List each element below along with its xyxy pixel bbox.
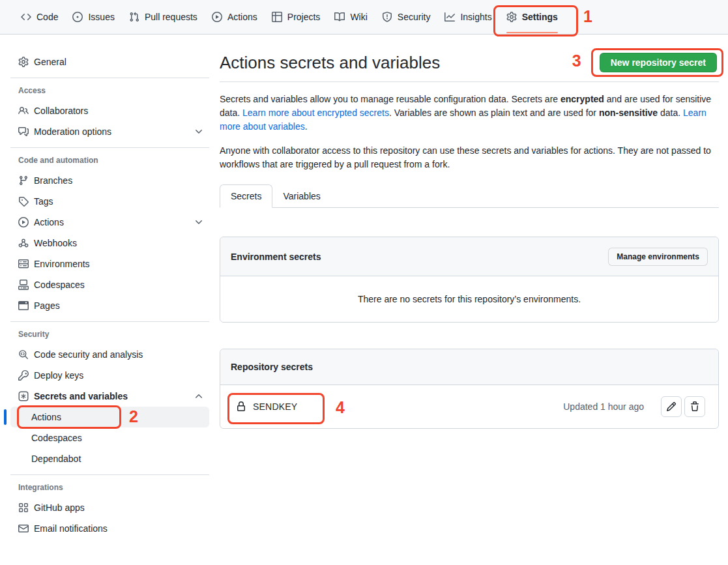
sidebar-item-deploy-keys-label: Deploy keys bbox=[34, 370, 83, 381]
chevron-down-icon bbox=[194, 126, 204, 137]
sidebar-item-environments-label: Environments bbox=[34, 259, 90, 269]
tab-wiki[interactable]: Wiki bbox=[329, 7, 372, 27]
sidebar-item-branches-label: Branches bbox=[34, 175, 72, 186]
git-branch-icon bbox=[18, 175, 29, 186]
sidebar-item-pages[interactable]: Pages bbox=[10, 295, 209, 316]
sidebar-item-pages-label: Pages bbox=[34, 300, 60, 311]
chevron-up-icon bbox=[194, 391, 204, 401]
sidebar-subitem-dependabot[interactable]: Dependabot bbox=[10, 448, 209, 469]
chevron-down-icon bbox=[194, 217, 204, 227]
browser-icon bbox=[18, 300, 29, 311]
sidebar-item-environments[interactable]: Environments bbox=[10, 254, 209, 274]
sidebar-divider bbox=[10, 147, 209, 148]
graph-icon bbox=[444, 12, 455, 22]
tab-code[interactable]: Code bbox=[16, 7, 63, 27]
collaborator-note: Anyone with collaborator access to this … bbox=[220, 144, 719, 171]
gear-icon bbox=[18, 57, 29, 67]
tab-variables[interactable]: Variables bbox=[272, 185, 330, 207]
sidebar-divider bbox=[10, 321, 209, 322]
sidebar-item-code-security-label: Code security and analysis bbox=[34, 349, 143, 360]
sidebar-item-github-apps[interactable]: GitHub apps bbox=[10, 497, 209, 518]
annotation-number-3: 3 bbox=[572, 53, 581, 69]
environment-secrets-title: Environment secrets bbox=[231, 252, 321, 262]
edit-secret-button[interactable] bbox=[661, 396, 682, 417]
sidebar-item-branches[interactable]: Branches bbox=[10, 170, 209, 191]
tab-actions-label: Actions bbox=[227, 12, 257, 22]
lock-icon bbox=[236, 401, 246, 412]
sidebar-item-general[interactable]: General bbox=[10, 51, 209, 72]
intro-text: . Variables are shown as plain text and … bbox=[389, 108, 599, 118]
sidebar-item-code-security[interactable]: Code security and analysis bbox=[10, 344, 209, 365]
sidebar-section-integrations: Integrations bbox=[10, 483, 209, 492]
secret-asterisk-icon bbox=[18, 391, 29, 401]
tab-secrets[interactable]: Secrets bbox=[220, 184, 272, 208]
intro-bold-encrypted: encrypted bbox=[561, 94, 604, 104]
intro-paragraph: Secrets and variables allow you to manag… bbox=[220, 93, 719, 134]
comment-discussion-icon bbox=[18, 126, 29, 137]
code-scan-icon bbox=[18, 349, 29, 360]
codespaces-icon bbox=[18, 280, 29, 290]
sidebar-section-access: Access bbox=[10, 86, 209, 95]
sidebar-subitem-codespaces-label: Codespaces bbox=[31, 433, 82, 443]
play-icon bbox=[18, 217, 29, 227]
sidebar-item-general-label: General bbox=[34, 57, 66, 67]
secret-row: SENDKEY 4 Updated 1 hour ago bbox=[220, 385, 718, 428]
selected-item-marker bbox=[4, 409, 7, 425]
manage-environments-button[interactable]: Manage environments bbox=[608, 248, 708, 266]
settings-sidebar: General Access Collaborators Moderation … bbox=[0, 35, 220, 539]
secret-updated-timestamp: Updated 1 hour ago bbox=[563, 401, 644, 412]
sidebar-item-collaborators[interactable]: Collaborators bbox=[10, 100, 209, 121]
sidebar-item-deploy-keys[interactable]: Deploy keys bbox=[10, 365, 209, 386]
annotation-number-4: 4 bbox=[336, 399, 345, 416]
intro-bold-non-sensitive: non-sensitive bbox=[599, 108, 658, 118]
tab-wiki-label: Wiki bbox=[350, 12, 367, 22]
sidebar-item-email-label: Email notifications bbox=[34, 523, 108, 534]
tab-security[interactable]: Security bbox=[377, 7, 436, 27]
tab-pull-requests[interactable]: Pull requests bbox=[124, 7, 203, 27]
sidebar-subitem-codespaces[interactable]: Codespaces bbox=[10, 427, 209, 448]
sidebar-item-codespaces-label: Codespaces bbox=[34, 280, 85, 290]
shield-icon bbox=[382, 12, 392, 22]
sidebar-item-webhooks[interactable]: Webhooks bbox=[10, 233, 209, 254]
sidebar-item-secrets-and-variables[interactable]: Secrets and variables bbox=[10, 386, 209, 407]
new-repository-secret-button[interactable]: New repository secret bbox=[600, 53, 717, 72]
page-title: Actions secrets and variables bbox=[220, 53, 440, 72]
pencil-icon bbox=[666, 401, 677, 412]
webhook-icon bbox=[18, 238, 29, 248]
pull-request-icon bbox=[129, 12, 139, 22]
sidebar-subitem-actions[interactable]: Actions 2 bbox=[10, 407, 209, 427]
gear-icon bbox=[506, 12, 517, 22]
tab-settings[interactable]: Settings 1 bbox=[501, 7, 563, 27]
sidebar-subitem-dependabot-label: Dependabot bbox=[31, 454, 81, 464]
tab-actions[interactable]: Actions bbox=[207, 7, 263, 27]
active-tab-underline bbox=[506, 32, 558, 33]
tab-insights[interactable]: Insights bbox=[439, 7, 497, 27]
secret-name: SENDKEY bbox=[253, 401, 297, 412]
tab-insights-label: Insights bbox=[460, 12, 491, 22]
trash-icon bbox=[690, 401, 700, 412]
sidebar-item-moderation-options[interactable]: Moderation options bbox=[10, 121, 209, 142]
sidebar-item-actions[interactable]: Actions bbox=[10, 212, 209, 233]
sidebar-item-email-notifications[interactable]: Email notifications bbox=[10, 518, 209, 539]
sidebar-item-codespaces[interactable]: Codespaces bbox=[10, 274, 209, 295]
sidebar-item-moderation-label: Moderation options bbox=[34, 126, 111, 137]
mail-icon bbox=[18, 523, 29, 534]
sidebar-item-tags[interactable]: Tags bbox=[10, 191, 209, 212]
tab-settings-label: Settings bbox=[522, 12, 558, 22]
repository-secrets-card: Repository secrets SENDKEY 4 Updated 1 h… bbox=[220, 349, 719, 429]
tab-issues[interactable]: Issues bbox=[67, 7, 119, 27]
server-icon bbox=[18, 259, 29, 269]
intro-text: Secrets and variables allow you to manag… bbox=[220, 94, 561, 104]
link-learn-encrypted-secrets[interactable]: Learn more about encrypted secrets bbox=[242, 108, 389, 118]
sidebar-item-actions-label: Actions bbox=[34, 217, 64, 227]
annotation-number-2: 2 bbox=[129, 409, 138, 425]
sidebar-subitem-actions-label: Actions bbox=[31, 412, 61, 422]
key-icon bbox=[18, 370, 29, 381]
sidebar-divider bbox=[10, 474, 209, 475]
play-icon bbox=[212, 12, 222, 22]
tab-projects[interactable]: Projects bbox=[267, 7, 326, 27]
delete-secret-button[interactable] bbox=[684, 396, 705, 417]
sidebar-item-secrets-label: Secrets and variables bbox=[34, 391, 128, 401]
tab-issues-label: Issues bbox=[88, 12, 114, 22]
environment-secrets-empty-message: There are no secrets for this repository… bbox=[220, 276, 718, 322]
